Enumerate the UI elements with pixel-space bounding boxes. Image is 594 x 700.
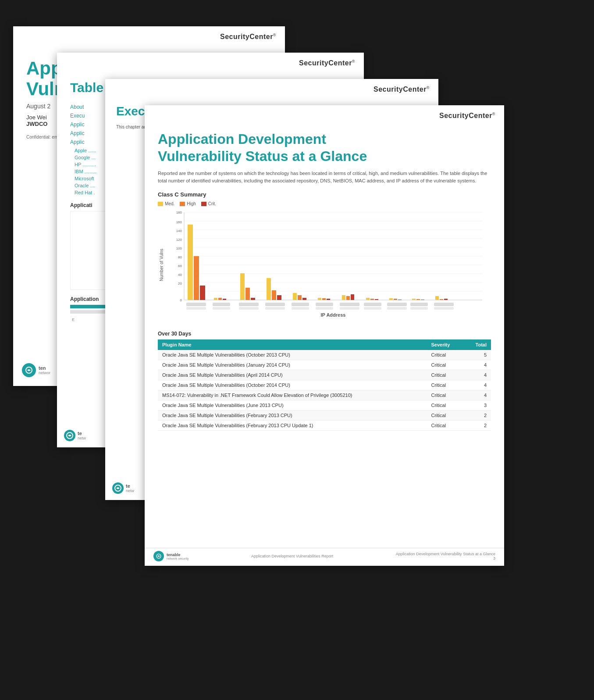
legend-high-box (180, 202, 185, 206)
bar-9-crit (398, 300, 402, 300)
bar-10-high (416, 299, 420, 300)
legend-crit-label: Crit. (208, 201, 216, 206)
row-3-total: 4 (464, 370, 491, 380)
ip-sublabel-5 (292, 307, 309, 310)
bar-chart-container: Number of Vulns 180 160 140 12 (158, 208, 491, 322)
col-plugin-name: Plugin Name (158, 339, 427, 350)
bar-8-high (370, 299, 374, 300)
ip-label-7 (340, 303, 359, 306)
ip-label-4 (265, 303, 285, 306)
bar-7-crit (351, 294, 354, 300)
footer-tenable-circle (153, 551, 164, 561)
bar-4-crit (277, 295, 281, 300)
exec-tenable-name: te (126, 483, 134, 489)
legend-crit: Crit. (201, 201, 216, 206)
ip-sublabel-1 (186, 307, 206, 310)
table-row: Oracle Java SE Multiple Vulnerabilities … (158, 360, 491, 370)
ip-label-5 (292, 303, 309, 306)
bar-7-high (346, 296, 350, 300)
ip-sublabel-7 (340, 307, 359, 310)
bar-5-crit (302, 298, 306, 300)
ip-sublabel-11 (434, 307, 454, 310)
legend-crit-box (201, 202, 206, 206)
ip-sublabel-2 (213, 307, 230, 310)
row-4-name: Oracle Java SE Multiple Vulnerabilities … (158, 380, 427, 390)
row-7-total: 2 (464, 411, 491, 421)
bar-1-med (188, 225, 193, 300)
bar-8-crit (375, 299, 378, 300)
bar-6-med (318, 298, 321, 300)
ip-label-6 (316, 303, 333, 306)
cover-tenable-logo: ten networ (22, 363, 50, 377)
row-3-severity: Critical (427, 370, 464, 380)
vuln-table-header-row: Plugin Name Severity Total (158, 339, 491, 350)
table-row: Oracle Java SE Multiple Vulnerabilities … (158, 350, 491, 360)
exec-brand: SecurityCenter® (105, 79, 438, 98)
toc-tenable-name: te (78, 431, 86, 436)
row-3-name: Oracle Java SE Multiple Vulnerabilities … (158, 370, 427, 380)
row-1-name: Oracle Java SE Multiple Vulnerabilities … (158, 350, 427, 360)
bar-1-high (194, 256, 199, 300)
bar-4-med (267, 278, 271, 300)
svg-text:180: 180 (176, 211, 182, 214)
row-2-severity: Critical (427, 360, 464, 370)
vuln-table-header: Plugin Name Severity Total (158, 339, 491, 350)
ip-sublabel-9 (387, 307, 407, 310)
ip-sublabel-6 (316, 307, 333, 310)
row-2-name: Oracle Java SE Multiple Vulnerabilities … (158, 360, 427, 370)
exec-tenable-sub: netw (126, 489, 134, 493)
table-row: Oracle Java SE Multiple Vulnerabilities … (158, 380, 491, 390)
bar-11-med (435, 296, 439, 300)
svg-text:40: 40 (178, 273, 182, 277)
table-section-title: Over 30 Days (158, 331, 491, 337)
footer-logo-name: tenable (167, 553, 189, 557)
bar-chart-svg: Number of Vulns 180 160 140 12 (158, 208, 491, 322)
footer-center-text: Application Development Vulnerabilities … (251, 554, 333, 558)
svg-text:20: 20 (178, 282, 182, 286)
ip-label-11 (434, 303, 454, 306)
legend-high-label: High (187, 201, 196, 206)
front-footer: tenable network security Application Dev… (145, 548, 504, 561)
bar-10-med (412, 299, 416, 300)
row-2-total: 4 (464, 360, 491, 370)
front-description: Reported are the number of systems on wh… (158, 170, 491, 184)
ip-sublabel-10 (410, 307, 428, 310)
vuln-table: Plugin Name Severity Total Oracle Java S… (158, 339, 491, 431)
bar-4-high (272, 290, 276, 300)
row-5-total: 4 (464, 390, 491, 400)
bar-5-med (293, 293, 297, 300)
table-row: Oracle Java SE Multiple Vulnerabilities … (158, 411, 491, 421)
legend-med-box (158, 202, 163, 206)
toc-tenable-logo: te netw (64, 430, 86, 441)
toc-tenable-circle (64, 430, 75, 441)
row-4-severity: Critical (427, 380, 464, 390)
bar-3-crit (251, 298, 255, 300)
row-1-severity: Critical (427, 350, 464, 360)
svg-text:0: 0 (180, 298, 182, 302)
bar-9-med (389, 298, 393, 300)
ip-label-8 (364, 303, 381, 306)
table-row: MS14-072: Vulnerability in .NET Framewor… (158, 390, 491, 400)
bar-6-crit (327, 299, 330, 300)
bar-7-med (342, 295, 345, 300)
table-row: Oracle Java SE Multiple Vulnerabilities … (158, 400, 491, 411)
row-5-name: MS14-072: Vulnerability in .NET Framewor… (158, 390, 427, 400)
ip-label-3 (239, 303, 259, 306)
col-total: Total (464, 339, 491, 350)
row-8-name: Oracle Java SE Multiple Vulnerabilities … (158, 421, 427, 431)
ip-label-9 (387, 303, 407, 306)
row-6-name: Oracle Java SE Multiple Vulnerabilities … (158, 400, 427, 411)
svg-text:160: 160 (176, 220, 182, 224)
ip-label-10 (410, 303, 428, 306)
row-1-total: 5 (464, 350, 491, 360)
ip-label-2 (213, 303, 230, 306)
svg-text:60: 60 (178, 264, 182, 268)
svg-text:140: 140 (176, 229, 182, 233)
ip-sublabel-4 (265, 307, 285, 310)
bar-3-high (245, 288, 250, 300)
ip-sublabel-8 (364, 307, 381, 310)
toc-tenable-sub: netw (78, 436, 86, 440)
chart-legend: Med. High Crit. (158, 201, 491, 206)
svg-text:120: 120 (176, 238, 182, 242)
x-axis-label: IP Address (321, 312, 346, 318)
